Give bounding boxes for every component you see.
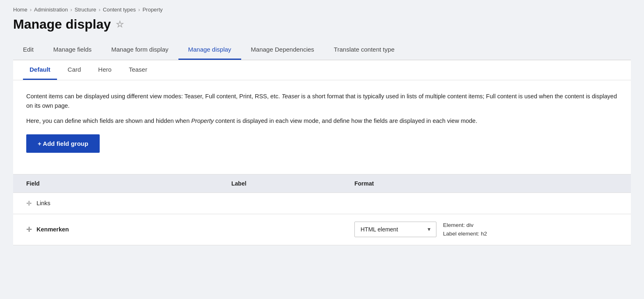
column-header-label: Label (231, 180, 354, 187)
tab-manage-fields[interactable]: Manage fields (43, 40, 101, 60)
table-area: Field Label Format ✛ Links ✛ Kenmerken (13, 174, 631, 245)
description-line2: Here, you can define which fields are sh… (26, 116, 618, 126)
page-wrapper: Home › Administration › Structure › Cont… (0, 0, 644, 299)
breadcrumb: Home › Administration › Structure › Cont… (13, 7, 631, 13)
breadcrumb-structure[interactable]: Structure (75, 7, 96, 13)
breadcrumb-administration[interactable]: Administration (34, 7, 68, 13)
sub-tab-card[interactable]: Card (61, 60, 88, 80)
format-select-wrapper: HTML element Div Span Article Section ▼ (354, 222, 436, 237)
breadcrumb-content-types[interactable]: Content types (103, 7, 136, 13)
breadcrumb-home[interactable]: Home (13, 7, 27, 13)
tab-manage-dependencies[interactable]: Manage Dependencies (241, 40, 324, 60)
field-cell-links: ✛ Links (26, 199, 231, 207)
drag-handle-icon[interactable]: ✛ (26, 199, 32, 207)
column-header-format: Format (354, 180, 618, 187)
tab-translate-content-type[interactable]: Translate content type (324, 40, 404, 60)
add-field-group-button[interactable]: + Add field group (26, 134, 100, 153)
tab-manage-display[interactable]: Manage display (178, 40, 241, 60)
drag-handle-icon[interactable]: ✛ (26, 226, 32, 233)
page-title: Manage display (13, 17, 111, 32)
breadcrumb-sep-1: › (30, 7, 32, 13)
field-cell-kenmerken: ✛ Kenmerken (26, 226, 231, 233)
breadcrumb-sep-3: › (99, 7, 100, 13)
table-row: ✛ Kenmerken HTML element Div Span Articl… (13, 214, 631, 245)
favorite-star-icon[interactable]: ☆ (116, 19, 124, 30)
sub-tab-default[interactable]: Default (23, 60, 57, 80)
sub-tab-hero[interactable]: Hero (91, 60, 118, 80)
tab-manage-form-display[interactable]: Manage form display (101, 40, 178, 60)
table-header: Field Label Format (13, 174, 631, 193)
sub-tabs: Default Card Hero Teaser (13, 60, 631, 80)
breadcrumb-property[interactable]: Property (142, 7, 162, 13)
description-line1: Content items can be displayed using dif… (26, 92, 618, 111)
sub-tab-teaser[interactable]: Teaser (122, 60, 154, 80)
element-info: Element: divLabel element: h2 (443, 221, 487, 238)
field-name-kenmerken: Kenmerken (37, 226, 69, 233)
tab-edit[interactable]: Edit (13, 40, 43, 60)
column-header-field: Field (26, 180, 231, 187)
html-element-select[interactable]: HTML element Div Span Article Section (354, 222, 436, 237)
description-area: Content items can be displayed using dif… (13, 80, 631, 174)
page-title-container: Manage display ☆ (13, 17, 631, 32)
main-tabs: Edit Manage fields Manage form display M… (13, 40, 631, 60)
format-cell-kenmerken: HTML element Div Span Article Section ▼ … (354, 221, 618, 238)
breadcrumb-sep-4: › (138, 7, 140, 13)
content-area: Default Card Hero Teaser Content items c… (13, 60, 631, 245)
breadcrumb-sep-2: › (70, 7, 72, 13)
field-name-links: Links (37, 200, 50, 206)
table-row: ✛ Links (13, 193, 631, 214)
